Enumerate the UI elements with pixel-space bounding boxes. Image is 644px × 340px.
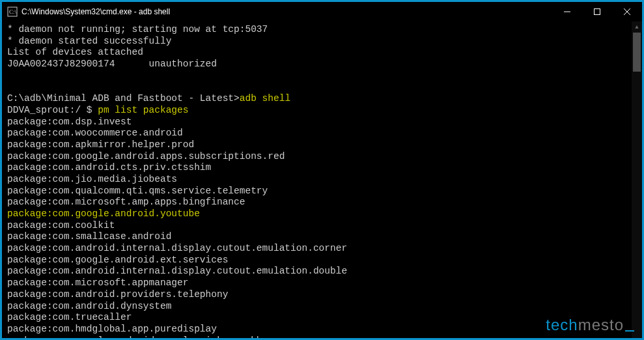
scrollbar[interactable]: ▲ [632,21,642,338]
minimize-button[interactable] [552,2,582,21]
svg-rect-3 [595,9,600,15]
titlebar[interactable]: C:\ C:\Windows\System32\cmd.exe - adb sh… [2,2,642,21]
watermark-cursor-icon [625,330,634,332]
window-controls [552,2,642,21]
maximize-button[interactable] [582,2,612,21]
terminal-area: * daemon not running; starting now at tc… [2,21,642,338]
terminal-output[interactable]: * daemon not running; starting now at tc… [2,21,642,338]
cmd-window: C:\ C:\Windows\System32\cmd.exe - adb sh… [2,2,642,338]
watermark-part1: tech [546,316,578,333]
watermark-part2: mesto [578,316,624,333]
scroll-thumb[interactable] [633,33,641,72]
svg-text:C:\: C:\ [9,8,17,15]
scroll-up-icon[interactable]: ▲ [632,21,642,33]
watermark-logo: techmesto [546,316,634,334]
close-button[interactable] [612,2,642,21]
window-title: C:\Windows\System32\cmd.exe - adb shell [21,7,552,16]
cmd-icon: C:\ [7,7,18,17]
